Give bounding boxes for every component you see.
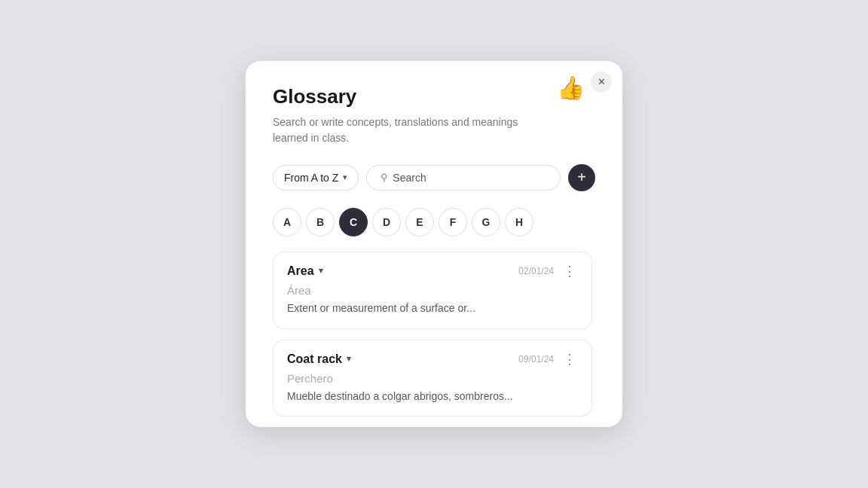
alpha-btn-b[interactable]: B [306,208,335,236]
modal-subtitle: Search or write concepts, translations a… [273,114,529,146]
entry-title: Coat rack ▾ [287,352,351,366]
expand-icon: ▾ [319,266,323,276]
glossary-modal: ✕ 👍 Glossary Search or write concepts, t… [246,61,622,427]
entry-header: Coat rack ▾ 09/01/24 ⋮ [287,352,578,366]
alphabet-nav: A B C D E F G H [273,208,595,236]
toolbar: From A to Z ▾ ⚲ Search + [273,164,595,191]
entry-title: Area ▾ [287,264,323,278]
alpha-btn-c[interactable]: C [339,208,368,236]
close-icon: ✕ [598,77,606,87]
entry-menu-button[interactable]: ⋮ [561,352,578,366]
entry-term: Area [287,264,314,278]
search-label: Search [393,172,426,184]
entry-translation: Área [287,284,578,297]
entry-term: Coat rack [287,352,342,366]
chevron-down-icon: ▾ [343,172,347,182]
alpha-btn-e[interactable]: E [405,208,434,236]
plus-icon: + [577,169,586,186]
search-button[interactable]: ⚲ Search [366,165,561,191]
entry-translation: Perchero [287,372,578,385]
entry-card-area: Area ▾ 02/01/24 ⋮ Área Extent or measure… [273,252,592,329]
sort-label: From A to Z [284,172,338,184]
entry-card-coatrack: Coat rack ▾ 09/01/24 ⋮ Perchero Mueble d… [273,340,592,417]
entry-meta: 09/01/24 ⋮ [518,352,578,366]
entry-date: 02/01/24 [518,266,554,276]
entry-header: Area ▾ 02/01/24 ⋮ [287,264,578,278]
entry-definition: Mueble destinado a colgar abrigos, sombr… [287,389,578,404]
alpha-btn-d[interactable]: D [372,208,401,236]
entries-list: Area ▾ 02/01/24 ⋮ Área Extent or measure… [273,252,595,427]
alpha-btn-h[interactable]: H [505,208,533,236]
entry-menu-button[interactable]: ⋮ [561,264,578,278]
search-icon: ⚲ [381,172,388,183]
close-button[interactable]: ✕ [591,72,612,93]
alpha-btn-g[interactable]: G [472,208,500,236]
thumbs-up-icon: 👍 [557,75,585,101]
sort-dropdown[interactable]: From A to Z ▾ [273,165,359,191]
add-entry-button[interactable]: + [568,164,595,191]
entry-meta: 02/01/24 ⋮ [518,264,578,278]
modal-title: Glossary [273,85,595,108]
alpha-btn-f[interactable]: F [439,208,467,236]
expand-icon: ▾ [347,354,351,364]
entry-definition: Extent or measurement of a surface or... [287,301,578,316]
entry-date: 09/01/24 [518,354,554,364]
alpha-btn-a[interactable]: A [273,208,301,236]
